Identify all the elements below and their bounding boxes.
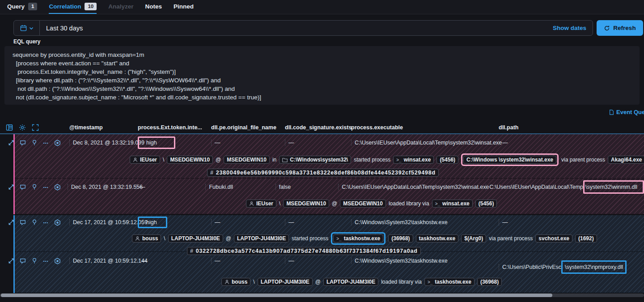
highlight-box-blue: >_ taskhostw.exe bbox=[331, 232, 386, 245]
process-executable-cell[interactable]: C:\Windows\System32\taskhostw.exe bbox=[351, 258, 448, 264]
process-executable-cell[interactable]: C:\Windows\System32\taskhostw.exe bbox=[351, 219, 448, 225]
pid-badge[interactable]: (36968) bbox=[388, 234, 413, 242]
host-badge[interactable]: MSEDGEWIN10 bbox=[283, 200, 329, 208]
events-table-header: @timestamp process.Ext.token.inte... dll… bbox=[0, 122, 644, 133]
dll-path-cell[interactable]: C:\Users\Public\PrivEsc\system32\npmprox… bbox=[492, 260, 644, 274]
terminal-icon: >_ bbox=[396, 157, 401, 162]
host-badge[interactable]: MSEDGEWIN10 bbox=[340, 200, 386, 208]
process-executable-cell[interactable]: C:\Users\IEUser\AppData\Local\Temp\syste… bbox=[351, 140, 502, 146]
signature-exists-cell[interactable]: false bbox=[275, 184, 291, 190]
token-integrity-cell[interactable]: high bbox=[143, 219, 157, 225]
row-actions: ••• bbox=[0, 219, 63, 226]
analyze-event-icon[interactable] bbox=[54, 184, 61, 191]
event-query-link[interactable]: Event Que bbox=[609, 109, 644, 115]
date-range-label[interactable]: Last 30 days bbox=[46, 25, 83, 32]
pin-event-icon[interactable] bbox=[31, 219, 38, 226]
dll-path-cell[interactable]: C:\Users\IEUser\AppData\Local\Temp\syste… bbox=[479, 180, 644, 194]
pe-name-cell[interactable]: Fubuki.dll bbox=[205, 184, 233, 190]
add-note-icon[interactable] bbox=[19, 184, 26, 191]
host-badge[interactable]: MSEDGEWIN10 bbox=[224, 156, 270, 164]
expand-event-icon[interactable] bbox=[8, 219, 14, 226]
more-actions-icon[interactable]: ••• bbox=[42, 258, 49, 264]
pin-event-icon[interactable] bbox=[31, 184, 38, 191]
separator-text: \ bbox=[163, 157, 164, 163]
executable-path-badge[interactable]: C:\Windows \system32\winsat.exe bbox=[463, 156, 556, 164]
more-actions-icon[interactable]: ••• bbox=[42, 184, 49, 191]
host-badge[interactable]: LAPTOP-JU4M3I0E bbox=[323, 278, 378, 286]
token-integrity-cell[interactable]: high bbox=[143, 140, 157, 146]
expand-event-icon[interactable] bbox=[8, 184, 14, 191]
analyze-event-icon[interactable] bbox=[54, 219, 61, 226]
more-actions-icon[interactable]: ••• bbox=[42, 140, 49, 146]
gear-icon[interactable] bbox=[19, 124, 26, 131]
process-name-badge[interactable]: taskhostw.exe bbox=[416, 234, 459, 242]
column-header-dll-path[interactable]: dll.path bbox=[492, 124, 644, 131]
show-dates-link[interactable]: Show dates bbox=[553, 25, 586, 31]
process-args-badge[interactable]: $(Arg0) bbox=[461, 234, 486, 242]
more-actions-icon[interactable]: ••• bbox=[42, 219, 49, 226]
add-note-icon[interactable] bbox=[19, 219, 26, 226]
tab-notes[interactable]: Notes bbox=[145, 0, 162, 14]
process-executable-cell[interactable]: C:\Users\IEUser\AppData\Local\Temp\syste… bbox=[338, 184, 489, 190]
host-badge[interactable]: MSEDGEWIN10 bbox=[167, 156, 213, 164]
pid-badge[interactable]: (5456) bbox=[436, 156, 458, 164]
add-note-icon[interactable] bbox=[19, 258, 26, 264]
user-badge[interactable]: bouss bbox=[132, 234, 161, 242]
hash-badge[interactable]: # 0322728dbce3a577c4a13b907ad7375d27e748… bbox=[187, 247, 421, 255]
process-badge[interactable]: >_ taskhostw.exe bbox=[333, 234, 383, 242]
tab-correlation-label: Correlation bbox=[49, 3, 81, 10]
date-range-input[interactable]: Last 30 days Show dates bbox=[13, 20, 593, 36]
pid-badge[interactable]: (5456) bbox=[475, 200, 497, 208]
expand-event-icon[interactable] bbox=[8, 140, 14, 146]
fullscreen-icon[interactable] bbox=[32, 124, 39, 131]
user-icon bbox=[133, 157, 138, 162]
row-actions: ••• bbox=[0, 140, 63, 146]
tab-correlation[interactable]: Correlation 10 bbox=[49, 0, 97, 14]
calendar-icon bbox=[20, 25, 27, 31]
tab-query-badge: 1 bbox=[28, 3, 37, 10]
at-text: @ bbox=[315, 279, 321, 285]
expand-event-icon[interactable] bbox=[8, 258, 14, 264]
parent-process-badge[interactable]: svchost.exe bbox=[535, 234, 572, 242]
chevron-down-icon bbox=[29, 26, 34, 30]
columns-icon[interactable] bbox=[6, 124, 13, 131]
column-header-token-integrity[interactable]: process.Ext.token.inte... bbox=[131, 124, 204, 131]
hash-badge[interactable]: # 2380049e6e56b969990c598a3731e8322e8def… bbox=[207, 169, 439, 177]
date-picker-button[interactable] bbox=[14, 21, 40, 35]
refresh-icon bbox=[604, 25, 610, 31]
analyze-event-icon[interactable] bbox=[54, 140, 61, 146]
table-row: ••• Dec 8, 2021 @ 13:32:19.099 high — — … bbox=[0, 134, 644, 179]
pin-event-icon[interactable] bbox=[31, 140, 38, 146]
analyze-event-icon[interactable] bbox=[54, 258, 61, 264]
process-badge[interactable]: >_ winsat.exe bbox=[393, 156, 434, 164]
tab-query[interactable]: Query 1 bbox=[7, 0, 37, 14]
column-header-code-signature-exists[interactable]: dll.code_signature.exists bbox=[278, 124, 344, 131]
timeline-correlation-view: Query 1 Correlation 10 Analyzer Notes Pi… bbox=[0, 0, 644, 302]
process-badge[interactable]: >_ taskhostw.exe bbox=[424, 278, 475, 286]
horizontal-scrollbar-thumb[interactable] bbox=[1, 293, 552, 297]
host-badge[interactable]: LAPTOP-JU4M3I0E bbox=[258, 278, 313, 286]
eql-query-editor[interactable]: sequence by process.entity_id with maxsp… bbox=[4, 46, 640, 105]
process-badge[interactable]: >_ winsat.exe bbox=[432, 200, 473, 208]
parent-pid-badge[interactable]: (1692) bbox=[575, 234, 597, 242]
column-header-process-executable[interactable]: process.executable bbox=[344, 124, 492, 131]
host-badge[interactable]: LAPTOP-JU4M3I0E bbox=[168, 234, 223, 242]
user-badge[interactable]: IEUser bbox=[246, 200, 276, 208]
user-badge[interactable]: IEUser bbox=[130, 156, 160, 164]
pid-badge[interactable]: (36968) bbox=[477, 278, 502, 286]
parent-process-badge[interactable]: Akagi64.exe bbox=[608, 156, 644, 164]
working-directory-badge[interactable]: C:\Windows\system32\ bbox=[279, 156, 351, 164]
tab-analyzer[interactable]: Analyzer bbox=[108, 0, 133, 14]
signature-exists-cell: — bbox=[285, 258, 294, 264]
tab-pinned[interactable]: Pinned bbox=[174, 0, 194, 14]
add-note-icon[interactable] bbox=[19, 140, 26, 146]
separator-text: \ bbox=[164, 235, 165, 242]
token-integrity-cell: — bbox=[138, 258, 147, 264]
column-header-pe-original-file-name[interactable]: dll.pe.original_file_name bbox=[204, 124, 278, 131]
refresh-button[interactable]: Refresh bbox=[597, 20, 643, 36]
user-badge[interactable]: bouss bbox=[221, 278, 250, 286]
column-header-timestamp[interactable]: @timestamp bbox=[63, 124, 131, 131]
pin-event-icon[interactable] bbox=[31, 258, 38, 264]
eql-query-label: EQL query bbox=[13, 38, 40, 45]
host-badge[interactable]: LAPTOP-JU4M3I0E bbox=[234, 234, 289, 242]
